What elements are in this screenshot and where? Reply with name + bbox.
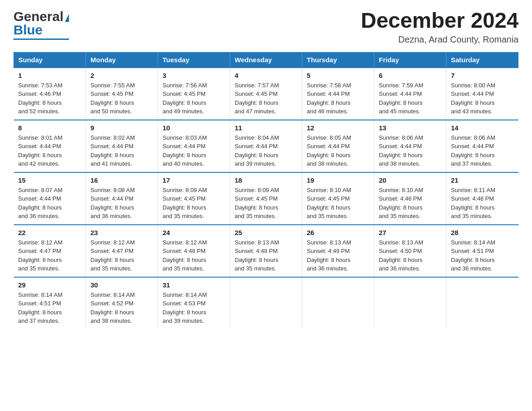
day-info: Sunrise: 8:12 AMSunset: 4:47 PMDaylight:… — [18, 239, 63, 272]
day-number: 1 — [18, 72, 82, 79]
day-info: Sunrise: 8:02 AMSunset: 4:44 PMDaylight:… — [90, 134, 135, 167]
table-row: 29 Sunrise: 8:14 AMSunset: 4:51 PMDaylig… — [14, 277, 86, 329]
day-info: Sunrise: 8:09 AMSunset: 4:45 PMDaylight:… — [163, 187, 207, 220]
day-number: 4 — [235, 72, 297, 79]
day-number: 18 — [235, 176, 297, 184]
table-row: 30 Sunrise: 8:14 AMSunset: 4:52 PMDaylig… — [86, 277, 158, 329]
day-number: 21 — [451, 176, 514, 184]
month-title: December 2024 — [361, 9, 519, 33]
day-info: Sunrise: 8:11 AMSunset: 4:46 PMDaylight:… — [451, 187, 495, 220]
day-info: Sunrise: 8:05 AMSunset: 4:44 PMDaylight:… — [307, 134, 351, 167]
day-info: Sunrise: 8:00 AMSunset: 4:44 PMDaylight:… — [451, 82, 495, 115]
day-info: Sunrise: 8:09 AMSunset: 4:45 PMDaylight:… — [235, 187, 279, 220]
day-number: 31 — [163, 281, 225, 289]
table-row: 8 Sunrise: 8:01 AMSunset: 4:44 PMDayligh… — [14, 120, 86, 172]
day-info: Sunrise: 8:13 AMSunset: 4:50 PMDaylight:… — [379, 239, 423, 272]
day-number: 5 — [307, 72, 369, 79]
day-info: Sunrise: 8:13 AMSunset: 4:49 PMDaylight:… — [307, 239, 351, 272]
table-row: 27 Sunrise: 8:13 AMSunset: 4:50 PMDaylig… — [374, 225, 446, 277]
table-row: 19 Sunrise: 8:10 AMSunset: 4:45 PMDaylig… — [302, 172, 374, 225]
table-row: 11 Sunrise: 8:04 AMSunset: 4:44 PMDaylig… — [230, 120, 302, 172]
table-row: 15 Sunrise: 8:07 AMSunset: 4:44 PMDaylig… — [14, 172, 86, 225]
day-info: Sunrise: 8:08 AMSunset: 4:44 PMDaylight:… — [90, 187, 135, 220]
day-info: Sunrise: 7:59 AMSunset: 4:44 PMDaylight:… — [379, 82, 423, 115]
day-number: 16 — [90, 176, 153, 184]
logo-general-text: General — [13, 9, 64, 24]
day-number: 2 — [90, 72, 153, 79]
day-info: Sunrise: 7:55 AMSunset: 4:45 PMDaylight:… — [90, 82, 135, 115]
day-info: Sunrise: 7:58 AMSunset: 4:44 PMDaylight:… — [307, 82, 351, 115]
day-number: 24 — [163, 229, 225, 236]
day-info: Sunrise: 7:57 AMSunset: 4:45 PMDaylight:… — [235, 82, 279, 115]
day-headers-row: Sunday Monday Tuesday Wednesday Thursday… — [14, 52, 519, 68]
header-wednesday: Wednesday — [230, 52, 302, 68]
day-info: Sunrise: 8:14 AMSunset: 4:52 PMDaylight:… — [90, 291, 135, 325]
calendar-table: Sunday Monday Tuesday Wednesday Thursday… — [13, 52, 519, 329]
day-number: 27 — [379, 229, 442, 236]
table-row: 25 Sunrise: 8:13 AMSunset: 4:48 PMDaylig… — [230, 225, 302, 277]
day-number: 11 — [235, 124, 297, 132]
day-number: 25 — [235, 229, 297, 236]
table-row: 24 Sunrise: 8:12 AMSunset: 4:48 PMDaylig… — [158, 225, 230, 277]
day-number: 6 — [379, 72, 442, 79]
table-row: 26 Sunrise: 8:13 AMSunset: 4:49 PMDaylig… — [302, 225, 374, 277]
table-row: 1 Sunrise: 7:53 AMSunset: 4:46 PMDayligh… — [14, 68, 86, 120]
table-row — [446, 277, 519, 329]
day-info: Sunrise: 8:14 AMSunset: 4:51 PMDaylight:… — [451, 239, 495, 272]
day-number: 23 — [90, 229, 153, 236]
header-friday: Friday — [374, 52, 446, 68]
day-info: Sunrise: 8:14 AMSunset: 4:53 PMDaylight:… — [163, 291, 207, 325]
table-row: 9 Sunrise: 8:02 AMSunset: 4:44 PMDayligh… — [86, 120, 158, 172]
header-saturday: Saturday — [446, 52, 519, 68]
calendar-week-row: 8 Sunrise: 8:01 AMSunset: 4:44 PMDayligh… — [14, 120, 519, 172]
day-info: Sunrise: 8:01 AMSunset: 4:44 PMDaylight:… — [18, 134, 63, 167]
table-row — [302, 277, 374, 329]
table-row: 21 Sunrise: 8:11 AMSunset: 4:46 PMDaylig… — [446, 172, 519, 225]
table-row: 7 Sunrise: 8:00 AMSunset: 4:44 PMDayligh… — [446, 68, 519, 120]
table-row: 31 Sunrise: 8:14 AMSunset: 4:53 PMDaylig… — [158, 277, 230, 329]
header-thursday: Thursday — [302, 52, 374, 68]
table-row — [230, 277, 302, 329]
logo: General Blue — [13, 9, 69, 40]
day-number: 26 — [307, 229, 369, 236]
table-row: 18 Sunrise: 8:09 AMSunset: 4:45 PMDaylig… — [230, 172, 302, 225]
table-row: 16 Sunrise: 8:08 AMSunset: 4:44 PMDaylig… — [86, 172, 158, 225]
calendar-week-row: 15 Sunrise: 8:07 AMSunset: 4:44 PMDaylig… — [14, 172, 519, 225]
table-row: 4 Sunrise: 7:57 AMSunset: 4:45 PMDayligh… — [230, 68, 302, 120]
day-info: Sunrise: 8:14 AMSunset: 4:51 PMDaylight:… — [18, 291, 63, 325]
day-number: 22 — [18, 229, 82, 236]
title-area: December 2024 Dezna, Arad County, Romani… — [361, 9, 519, 45]
day-info: Sunrise: 8:06 AMSunset: 4:44 PMDaylight:… — [451, 134, 495, 167]
day-info: Sunrise: 7:56 AMSunset: 4:45 PMDaylight:… — [163, 82, 207, 115]
table-row: 23 Sunrise: 8:12 AMSunset: 4:47 PMDaylig… — [86, 225, 158, 277]
day-number: 30 — [90, 281, 153, 289]
day-number: 20 — [379, 176, 442, 184]
day-info: Sunrise: 8:10 AMSunset: 4:45 PMDaylight:… — [307, 187, 351, 220]
logo-underline — [13, 39, 69, 40]
day-number: 12 — [307, 124, 369, 132]
day-number: 8 — [18, 124, 82, 132]
day-info: Sunrise: 8:03 AMSunset: 4:44 PMDaylight:… — [163, 134, 207, 167]
table-row: 13 Sunrise: 8:06 AMSunset: 4:44 PMDaylig… — [374, 120, 446, 172]
day-info: Sunrise: 8:06 AMSunset: 4:44 PMDaylight:… — [379, 134, 423, 167]
header-monday: Monday — [86, 52, 158, 68]
day-number: 29 — [18, 281, 82, 289]
header-tuesday: Tuesday — [158, 52, 230, 68]
calendar-week-row: 29 Sunrise: 8:14 AMSunset: 4:51 PMDaylig… — [14, 277, 519, 329]
logo-blue-text: Blue — [13, 22, 43, 38]
page-header: General Blue December 2024 Dezna, Arad C… — [13, 9, 519, 45]
day-info: Sunrise: 8:12 AMSunset: 4:48 PMDaylight:… — [163, 239, 207, 272]
table-row: 3 Sunrise: 7:56 AMSunset: 4:45 PMDayligh… — [158, 68, 230, 120]
day-number: 28 — [451, 229, 514, 236]
table-row: 28 Sunrise: 8:14 AMSunset: 4:51 PMDaylig… — [446, 225, 519, 277]
table-row: 10 Sunrise: 8:03 AMSunset: 4:44 PMDaylig… — [158, 120, 230, 172]
day-number: 19 — [307, 176, 369, 184]
day-info: Sunrise: 8:13 AMSunset: 4:48 PMDaylight:… — [235, 239, 279, 272]
table-row: 22 Sunrise: 8:12 AMSunset: 4:47 PMDaylig… — [14, 225, 86, 277]
logo-triangle-icon — [65, 14, 69, 22]
day-info: Sunrise: 7:53 AMSunset: 4:46 PMDaylight:… — [18, 82, 63, 115]
table-row: 5 Sunrise: 7:58 AMSunset: 4:44 PMDayligh… — [302, 68, 374, 120]
table-row: 6 Sunrise: 7:59 AMSunset: 4:44 PMDayligh… — [374, 68, 446, 120]
location-text: Dezna, Arad County, Romania — [361, 34, 519, 45]
header-sunday: Sunday — [14, 52, 86, 68]
